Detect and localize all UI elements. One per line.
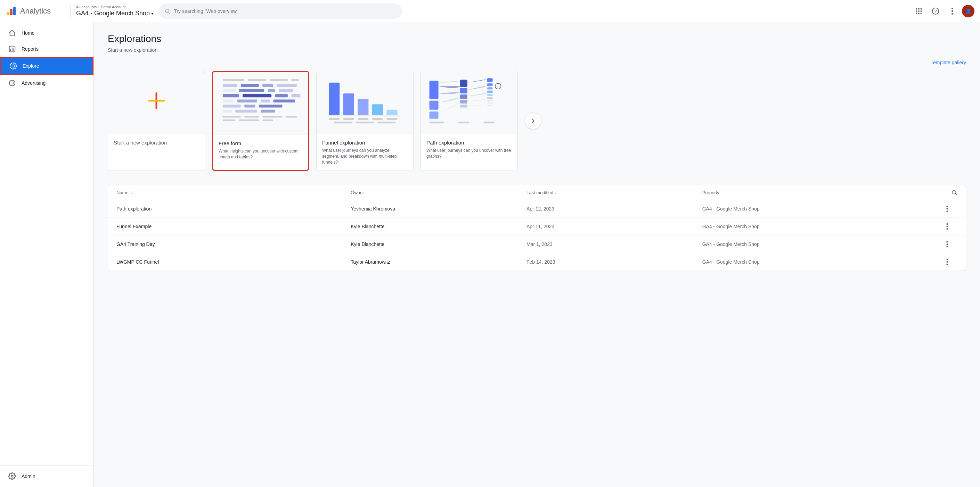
svg-text:›: ›: [497, 84, 499, 89]
svg-rect-63: [262, 116, 282, 117]
cell-name-3: GA4 Training Day: [116, 241, 351, 247]
cell-property-1: GA4 - Google Merch Shop: [702, 206, 937, 211]
cell-modified-1: Apr 12, 2023: [527, 206, 702, 211]
col-owner: Owner: [351, 189, 527, 195]
new-card-preview: [108, 71, 205, 134]
row-more-button-4[interactable]: [937, 259, 958, 265]
more-vertical-icon-1: [946, 206, 948, 212]
more-options-button[interactable]: [945, 4, 959, 18]
path-card-info: Path exploration What user journeys can …: [421, 134, 517, 165]
more-vertical-icon-2: [946, 224, 948, 230]
search-icon: [164, 8, 170, 14]
col-modified[interactable]: Last modified ↓: [527, 189, 702, 195]
table-row[interactable]: Path exploration Yevheniia Khromova Apr …: [108, 200, 966, 218]
sidebar-item-explore[interactable]: Explore: [0, 57, 94, 75]
cell-property-3: GA4 - Google Merch Shop: [702, 241, 937, 247]
svg-line-4: [169, 12, 170, 14]
sidebar: Home Reports Explore Advertising: [0, 22, 94, 487]
row-more-button-3[interactable]: [937, 241, 958, 247]
scroll-right-button[interactable]: [525, 113, 541, 129]
table-row[interactable]: LWGMP CC Funnel Taylor Abramowitz Feb 14…: [108, 253, 966, 271]
svg-rect-56: [244, 105, 255, 107]
cell-name-1: Path exploration: [116, 206, 351, 211]
funnel-card[interactable]: Funnel exploration What user journeys ca…: [316, 71, 414, 171]
svg-point-111: [946, 228, 948, 230]
advertising-icon: [8, 79, 16, 87]
help-button[interactable]: ?: [929, 4, 942, 18]
app-layout: Home Reports Explore Advertising: [0, 22, 980, 487]
svg-rect-81: [377, 122, 396, 123]
svg-rect-49: [275, 94, 288, 97]
svg-rect-98: [487, 105, 493, 106]
svg-rect-78: [387, 118, 397, 120]
svg-rect-45: [268, 89, 275, 92]
svg-rect-79: [334, 122, 352, 123]
svg-rect-101: [430, 122, 444, 123]
page-title: Explorations: [108, 33, 966, 44]
path-card[interactable]: › Path exploration What user journeys ca…: [420, 71, 518, 171]
svg-rect-76: [358, 118, 368, 120]
sidebar-item-reports-label: Reports: [22, 46, 38, 52]
svg-rect-66: [239, 119, 259, 121]
app-title: Analytics: [20, 6, 51, 16]
path-card-desc: What user journeys can you uncover with …: [426, 148, 512, 159]
svg-rect-38: [291, 79, 299, 81]
new-exploration-card[interactable]: Start a new exploration: [108, 71, 205, 171]
cell-owner-4: Taylor Abramowitz: [351, 259, 527, 265]
funnel-card-info: Funnel exploration What user journeys ca…: [317, 134, 413, 171]
svg-rect-50: [291, 94, 300, 97]
property-dropdown-icon: ▾: [151, 11, 153, 16]
home-icon: [8, 29, 16, 37]
sidebar-item-advertising-label: Advertising: [22, 80, 46, 86]
svg-point-18: [951, 13, 953, 14]
row-more-button-2[interactable]: [937, 224, 958, 230]
template-gallery-row: Template gallery: [108, 60, 966, 65]
more-vertical-icon-4: [946, 259, 948, 265]
svg-rect-59: [235, 110, 257, 113]
col-name[interactable]: Name ↓: [116, 189, 351, 195]
cell-property-4: GA4 - Google Merch Shop: [702, 259, 937, 265]
col-search[interactable]: [937, 189, 958, 195]
svg-rect-6: [918, 8, 920, 10]
help-icon: ?: [932, 7, 939, 15]
freeform-preview-svg: [217, 76, 304, 130]
sidebar-item-admin-label: Admin: [22, 473, 35, 479]
table-search-icon[interactable]: [951, 189, 958, 195]
cell-modified-2: Apr 11, 2023: [527, 224, 702, 229]
property-selector[interactable]: GA4 - Google Merch Shop ▾: [76, 10, 153, 17]
account-selector[interactable]: All accounts › Demo Account GA4 - Google…: [76, 5, 153, 17]
search-bar[interactable]: [159, 3, 402, 19]
svg-rect-82: [430, 81, 439, 99]
search-input[interactable]: [174, 8, 396, 14]
sidebar-item-home[interactable]: Home: [0, 25, 94, 41]
svg-rect-60: [261, 110, 275, 113]
svg-point-112: [946, 241, 948, 243]
svg-point-114: [946, 246, 948, 247]
sidebar-item-admin[interactable]: Admin: [0, 468, 94, 484]
svg-rect-67: [262, 119, 273, 121]
svg-rect-37: [270, 79, 288, 81]
svg-rect-40: [241, 84, 259, 87]
svg-rect-65: [223, 119, 235, 121]
svg-point-115: [946, 259, 948, 260]
apps-button[interactable]: [912, 4, 926, 18]
svg-rect-92: [487, 87, 493, 89]
template-gallery-link[interactable]: Template gallery: [931, 60, 966, 65]
chevron-right-icon: [529, 117, 537, 125]
table-row[interactable]: Funnel Example Kyle Blanchette Apr 11, 2…: [108, 218, 966, 235]
svg-rect-11: [916, 13, 918, 14]
table-row[interactable]: GA4 Training Day Kyle Blanchette Mar 1, …: [108, 235, 966, 253]
row-more-button-1[interactable]: [937, 206, 958, 212]
cell-name-2: Funnel Example: [116, 224, 351, 229]
svg-rect-46: [279, 89, 293, 92]
freeform-card[interactable]: Free form What insights can you uncover …: [212, 71, 309, 171]
svg-point-117: [946, 263, 948, 265]
svg-point-113: [946, 243, 948, 245]
svg-rect-53: [261, 100, 270, 103]
new-card-info: Start a new exploration: [108, 134, 205, 153]
sidebar-item-advertising[interactable]: Advertising: [0, 75, 94, 91]
avatar[interactable]: 👤: [962, 5, 974, 17]
svg-point-106: [946, 206, 948, 207]
sidebar-item-reports[interactable]: Reports: [0, 41, 94, 57]
svg-rect-9: [918, 10, 920, 12]
